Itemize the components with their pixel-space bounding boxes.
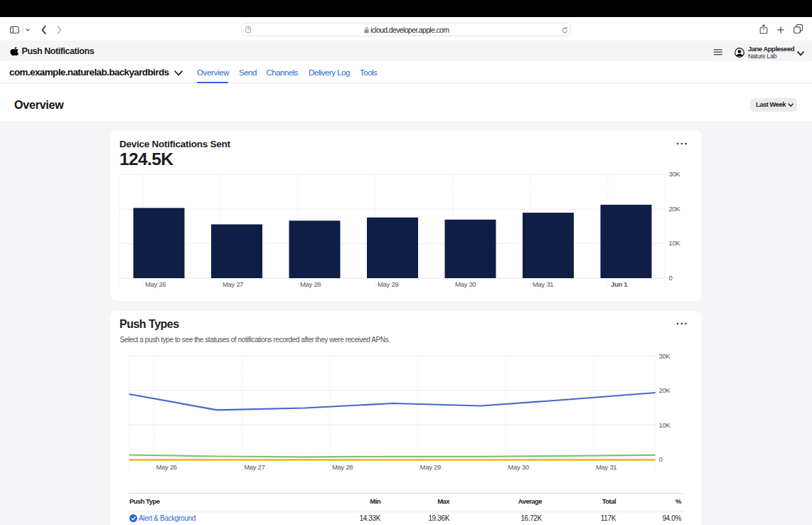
svg-text:10K: 10K bbox=[669, 239, 681, 247]
svg-text:Jun 1: Jun 1 bbox=[611, 280, 628, 288]
svg-text:May 30: May 30 bbox=[455, 280, 476, 288]
svg-text:May 31: May 31 bbox=[596, 463, 616, 471]
svg-text:May 27: May 27 bbox=[223, 280, 243, 288]
svg-text:30K: 30K bbox=[659, 352, 671, 360]
svg-text:May 28: May 28 bbox=[300, 280, 321, 288]
svg-text:20K: 20K bbox=[659, 386, 671, 394]
svg-text:May 26: May 26 bbox=[145, 280, 166, 288]
svg-text:May 27: May 27 bbox=[244, 463, 265, 471]
svg-text:May 29: May 29 bbox=[420, 463, 441, 471]
svg-text:20K: 20K bbox=[669, 205, 681, 213]
svg-text:30K: 30K bbox=[669, 170, 681, 178]
svg-text:May 26: May 26 bbox=[156, 463, 177, 471]
svg-text:May 30: May 30 bbox=[508, 463, 528, 471]
svg-text:0: 0 bbox=[659, 455, 663, 463]
svg-text:0: 0 bbox=[669, 274, 673, 282]
svg-text:May 31: May 31 bbox=[533, 280, 553, 288]
svg-text:10K: 10K bbox=[659, 421, 671, 429]
svg-text:May 28: May 28 bbox=[332, 463, 353, 471]
svg-text:May 29: May 29 bbox=[378, 280, 398, 288]
